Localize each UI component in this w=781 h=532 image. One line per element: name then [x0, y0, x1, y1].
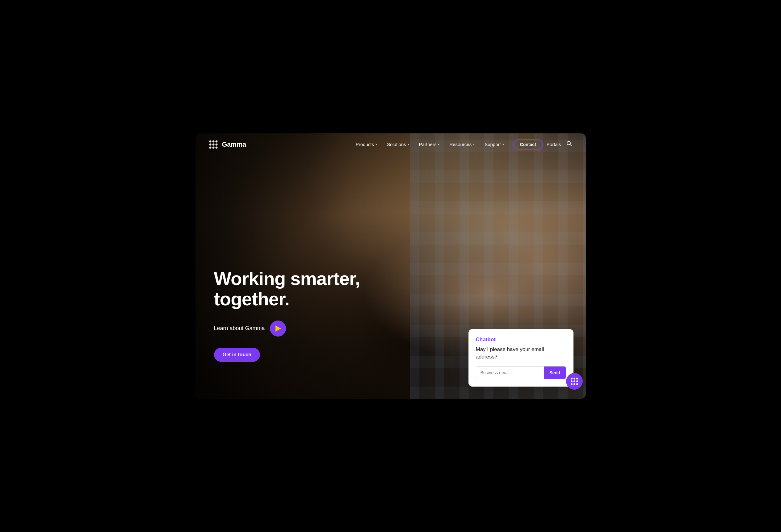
learn-row: Learn about Gamma — [214, 321, 362, 336]
resources-chevron-icon: ▾ — [473, 142, 475, 146]
svg-point-14 — [571, 380, 573, 382]
floating-gamma-icon — [570, 377, 579, 386]
svg-point-7 — [212, 146, 214, 149]
svg-point-15 — [573, 380, 575, 382]
search-icon[interactable] — [565, 139, 573, 150]
play-button[interactable] — [270, 321, 286, 336]
chatbot-input-row: Send — [476, 366, 566, 379]
hero-section: Gamma Products ▾ Solutions ▾ Partners ▾ … — [196, 133, 586, 399]
svg-point-3 — [209, 143, 211, 146]
svg-point-11 — [571, 378, 573, 379]
get-in-touch-button[interactable]: Get in touch — [214, 348, 260, 362]
svg-line-10 — [570, 145, 572, 146]
play-icon — [276, 325, 281, 332]
chatbot-title: Chatbot — [476, 336, 566, 343]
contact-button[interactable]: Contact — [513, 139, 543, 150]
navbar: Gamma Products ▾ Solutions ▾ Partners ▾ … — [196, 133, 586, 156]
logo-text: Gamma — [222, 140, 246, 149]
svg-point-13 — [576, 378, 578, 379]
chatbot-panel: Chatbot May I please have your email add… — [468, 329, 573, 386]
svg-point-12 — [573, 378, 575, 379]
nav-support[interactable]: Support ▾ — [480, 139, 508, 150]
solutions-chevron-icon: ▾ — [408, 142, 409, 146]
floating-gamma-button[interactable] — [566, 373, 583, 390]
svg-point-16 — [576, 380, 578, 382]
logo-area[interactable]: Gamma — [208, 139, 246, 150]
svg-point-18 — [573, 383, 575, 385]
svg-point-0 — [209, 140, 211, 142]
nav-partners[interactable]: Partners ▾ — [415, 139, 444, 150]
nav-products[interactable]: Products ▾ — [352, 139, 381, 150]
learn-text: Learn about Gamma — [214, 325, 265, 332]
products-chevron-icon: ▾ — [375, 142, 377, 146]
partners-chevron-icon: ▾ — [438, 142, 440, 146]
svg-point-6 — [209, 146, 211, 149]
portals-link[interactable]: Portals — [547, 142, 561, 147]
browser-frame: Gamma Products ▾ Solutions ▾ Partners ▾ … — [196, 133, 586, 399]
svg-point-8 — [215, 146, 217, 149]
svg-point-5 — [215, 143, 217, 146]
svg-point-17 — [571, 383, 573, 385]
hero-content: Working smarter, together. Learn about G… — [214, 269, 362, 362]
svg-point-19 — [576, 383, 578, 385]
svg-point-4 — [212, 143, 214, 146]
nav-links: Products ▾ Solutions ▾ Partners ▾ Resour… — [352, 139, 508, 150]
gamma-logo-icon — [208, 139, 219, 150]
chatbot-message: May I please have your email address? — [476, 346, 566, 361]
nav-resources[interactable]: Resources ▾ — [445, 139, 479, 150]
svg-point-2 — [215, 140, 217, 142]
chatbot-email-input[interactable] — [476, 367, 544, 379]
nav-actions: Contact Portals — [513, 139, 573, 150]
support-chevron-icon: ▾ — [502, 142, 504, 146]
chatbot-send-button[interactable]: Send — [544, 367, 566, 379]
nav-solutions[interactable]: Solutions ▾ — [383, 139, 413, 150]
hero-headline: Working smarter, together. — [214, 269, 362, 310]
svg-point-1 — [212, 140, 214, 142]
